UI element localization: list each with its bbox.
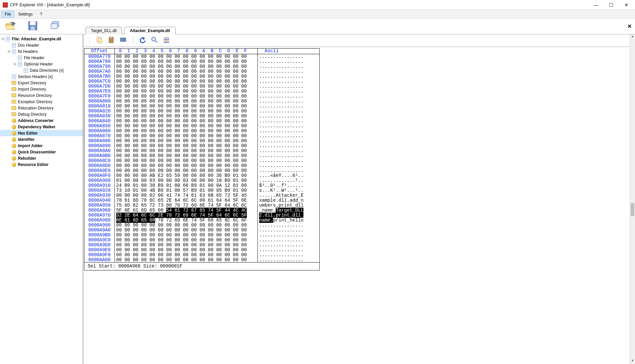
tree-item-address-converter[interactable]: Address Converter <box>0 117 83 124</box>
hex-bytes[interactable]: 00 00 00 00 00 00 00 00 00 00 00 00 00 0… <box>115 143 258 148</box>
hex-ascii[interactable]: ................ <box>258 79 319 84</box>
tree-item-resource-editor[interactable]: Resource Editor <box>0 161 83 168</box>
tab-target-dll[interactable]: Target_DLL.dll <box>85 27 122 34</box>
hex-bytes[interactable]: 00 00 00 00 00 00 00 00 00 00 00 00 00 0… <box>115 134 258 139</box>
hex-bytes[interactable]: 00 00 00 00 00 00 00 00 00 00 00 00 00 0… <box>115 79 258 84</box>
hex-ascii[interactable]: ................ <box>258 114 319 119</box>
tree-item-optional-header[interactable]: ⊟Optional Header <box>0 61 83 67</box>
expand-icon[interactable]: ⊟ <box>13 62 17 66</box>
hex-bytes[interactable]: 00 00 00 00 00 00 00 00 00 00 00 00 00 0… <box>115 94 258 99</box>
hex-bytes[interactable]: 00 00 00 00 00 00 00 00 00 00 00 00 00 0… <box>115 168 258 173</box>
hex-bytes[interactable]: 00 00 00 00 00 00 00 00 00 00 00 00 00 0… <box>115 69 258 74</box>
hex-ascii[interactable]: ................ <box>258 158 319 163</box>
tree-item-export-directory[interactable]: Export Directory <box>0 80 83 86</box>
hex-ascii[interactable]: ................ <box>258 74 319 79</box>
hex-bytes[interactable]: 78 61 6D 70 6C 65 2E 64 6C 6C 00 61 64 6… <box>115 198 258 203</box>
hex-ascii[interactable]: ................ <box>258 64 319 69</box>
menu-file[interactable]: File <box>1 11 14 18</box>
hex-ascii[interactable]: ................ <box>258 258 319 263</box>
hex-bytes[interactable]: 75 6D 62 65 72 73 00 70 72 69 6E 74 5F 6… <box>115 203 258 208</box>
hex-ascii[interactable]: ................ <box>258 104 319 109</box>
tree-item-resource-directory[interactable]: Resource Directory <box>0 92 83 99</box>
hex-ascii[interactable]: ................ <box>258 109 319 114</box>
hex-ascii[interactable]: ................ <box>258 163 319 168</box>
tree-item-file-header[interactable]: File Header <box>0 55 83 61</box>
tree-item-debug-directory[interactable]: Debug Directory <box>0 111 83 117</box>
hex-ascii[interactable]: ................ <box>258 99 319 104</box>
tab-attacker-example[interactable]: Attacker_Example.dll <box>124 27 175 34</box>
hex-bytes[interactable]: 00 00 00 00 02 00 41 74 74 61 63 6B 65 7… <box>115 193 258 198</box>
tree-item-data-directories-x[interactable]: Data Directories [x] <box>0 67 83 73</box>
vertical-scrollbar[interactable]: ▲ ▼ <box>630 34 635 364</box>
tree-item-dos-header[interactable]: Dos Header <box>0 42 83 48</box>
hex-ascii[interactable]: ................ <box>258 139 319 143</box>
hex-ascii[interactable]: s...K¹..W¹...¹.. <box>258 188 319 193</box>
undo-icon[interactable] <box>139 36 146 45</box>
scroll-thumb[interactable] <box>631 203 634 216</box>
hex-ascii[interactable]: ................ <box>258 69 319 74</box>
copy-icon[interactable] <box>96 36 103 45</box>
tree-item-quick-disassembler[interactable]: Quick Disassembler <box>0 149 83 155</box>
windows-icon[interactable] <box>50 20 61 32</box>
hex-bytes[interactable]: 00 00 00 00 00 00 00 00 00 00 00 00 00 0… <box>115 114 258 119</box>
hex-bytes[interactable]: 00 00 00 00 00 00 00 00 00 00 00 00 00 0… <box>115 129 258 134</box>
hex-bytes[interactable]: 00 00 00 00 00 00 00 00 00 00 00 00 00 0… <box>115 153 258 158</box>
search-icon[interactable] <box>151 36 158 45</box>
hex-ascii[interactable]: ................ <box>258 129 319 134</box>
hex-ascii[interactable]: ................ <box>258 223 319 228</box>
hex-ascii[interactable]: ................ <box>258 248 319 253</box>
hex-ascii[interactable]: ....«âeY....6¹.. <box>258 173 319 178</box>
hex-ascii[interactable]: ................ <box>258 228 319 233</box>
hex-ascii[interactable]: xample.dll.add_n <box>258 198 319 203</box>
hex-bytes[interactable]: 00 00 00 00 00 00 00 00 00 00 00 00 00 0… <box>115 228 258 233</box>
hex-bytes[interactable]: 00 00 00 00 00 00 00 00 00 00 00 00 00 0… <box>115 74 258 79</box>
hex-bytes[interactable]: 01 00 00 00 03 00 00 00 03 00 00 00 18 B… <box>115 178 258 183</box>
list-icon[interactable] <box>163 36 170 45</box>
scroll-up-icon[interactable]: ▲ <box>630 34 635 40</box>
open-icon[interactable] <box>5 20 16 32</box>
hex-bytes[interactable]: 00 00 00 00 00 00 00 00 00 00 00 00 00 0… <box>115 124 258 129</box>
minimize-button[interactable]: — <box>591 2 601 8</box>
tree-item-exception-directory[interactable]: Exception Directory <box>0 99 83 105</box>
save-icon[interactable] <box>27 20 38 32</box>
hex-ascii[interactable]: 2.dll.print_dll_ <box>258 213 319 218</box>
tree-item-hex-editor[interactable]: Hex Editor <box>0 130 83 136</box>
scroll-down-icon[interactable]: ▼ <box>630 359 635 364</box>
hex-bytes[interactable]: 32 2E 64 6C 6C 2E 70 72 69 6E 74 5F 64 6… <box>115 213 258 218</box>
hex-grid[interactable]: Offset 0 1 2 3 4 5 6 7 8 9 A B C D E F A… <box>84 48 320 263</box>
hex-bytes[interactable]: 00 00 00 00 00 00 00 00 00 00 00 00 00 0… <box>115 223 258 228</box>
expand-icon[interactable]: ⊟ <box>7 50 11 53</box>
tab-close-icon[interactable]: ✕ <box>627 23 632 29</box>
close-button[interactable]: ✕ <box>622 2 631 8</box>
hex-bytes[interactable]: 00 00 00 00 00 00 00 00 00 00 00 00 00 0… <box>115 233 258 238</box>
hex-bytes[interactable]: 00 00 00 00 00 00 00 00 00 00 00 00 00 0… <box>115 248 258 253</box>
hex-bytes[interactable]: 00 00 00 00 00 00 00 00 00 00 00 00 00 0… <box>115 104 258 109</box>
hex-bytes[interactable]: 00 00 00 00 00 00 00 00 00 00 00 00 00 0… <box>115 59 258 64</box>
hex-bytes[interactable]: 00 00 00 00 00 00 00 00 00 00 00 00 00 0… <box>115 84 258 89</box>
hex-ascii[interactable]: name.print_hello <box>258 218 319 223</box>
hex-ascii[interactable]: ................ <box>258 59 319 64</box>
maximize-button[interactable]: ☐ <box>607 2 616 8</box>
tree-item-rebuilder[interactable]: Rebuilder <box>0 155 83 161</box>
hex-bytes[interactable]: 00 00 00 00 00 00 00 00 00 00 00 00 00 0… <box>115 243 258 248</box>
hex-bytes[interactable]: 00 00 00 00 00 00 00 00 00 00 00 00 00 0… <box>115 64 258 69</box>
hex-ascii[interactable]: ................ <box>258 233 319 238</box>
tree-item-import-adder[interactable]: Import Adder <box>0 142 83 149</box>
hex-ascii[interactable]: ................ <box>258 253 319 258</box>
hex-bytes[interactable]: 00 00 00 00 00 00 00 00 00 00 00 00 00 0… <box>115 163 258 168</box>
tree-item-import-directory[interactable]: Import Directory <box>0 86 83 92</box>
hex-bytes[interactable]: 00 00 00 00 00 00 00 00 00 00 00 00 00 0… <box>115 238 258 243</box>
tree-item-relocation-directory[interactable]: Relocation Directory <box>0 105 83 111</box>
tree-panel[interactable]: ⊟File: Attacker_Example.dll Dos Header⊟N… <box>0 34 83 364</box>
hex-ascii[interactable]: ................ <box>258 143 319 148</box>
hex-ascii[interactable]: ................ <box>258 153 319 158</box>
hex-bytes[interactable]: 00 00 00 00 00 00 00 00 00 00 00 00 00 0… <box>115 109 258 114</box>
hex-bytes[interactable]: 00 00 00 00 00 00 00 00 00 00 00 00 00 0… <box>115 119 258 124</box>
hex-ascii[interactable]: ................ <box>258 89 319 94</box>
tree-item-nt-headers[interactable]: ⊟Nt Headers <box>0 48 83 55</box>
paste-icon[interactable] <box>108 36 115 45</box>
hex-ascii[interactable]: ................ <box>258 148 319 153</box>
hex-ascii[interactable]: ......Attacker_E <box>258 193 319 198</box>
hex-ascii[interactable]: $¹..0¹..f¹...... <box>258 183 319 188</box>
tree-item-section-headers-x[interactable]: Section Headers [x] <box>0 73 83 80</box>
